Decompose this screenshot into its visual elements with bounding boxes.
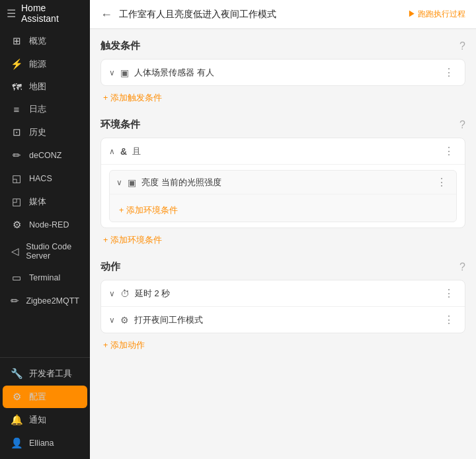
sidebar-item-notifications[interactable]: 🔔 通知	[3, 409, 87, 431]
overview-icon: ⊞	[11, 35, 22, 47]
trigger-section: 触发条件 ? ∨ ▣ 人体场景传感器 有人 ⋮ + 添加触发条件	[100, 40, 465, 105]
add-trigger-button[interactable]: + 添加触发条件	[100, 91, 165, 105]
action-row-text-0: 延时 2 秒	[135, 288, 436, 300]
sidebar-item-label: 历史	[29, 127, 46, 138]
hacs-icon: ◱	[11, 173, 22, 185]
sidebar-item-media[interactable]: ◰ 媒体	[3, 190, 87, 213]
sidebar-item-label: deCONZ	[29, 151, 61, 160]
action-section: 动作 ? ∨ ⏱ 延时 2 秒 ⋮ ∨ ⚙ 打开夜间工作模式 ⋮ + 添加动作	[100, 261, 465, 353]
sidebar-item-label: HACS	[29, 174, 52, 183]
back-button[interactable]: ←	[100, 9, 112, 21]
history-icon: ⊡	[11, 126, 22, 138]
condition-row-0: ∨ ▣ 亮度 当前的光照强度 ⋮	[110, 171, 456, 194]
condition-section: 环境条件 ? ∧ & 且 ⋮ ∨ ▣ 亮度 当前的光照强度 ⋮	[100, 118, 465, 247]
add-condition-button[interactable]: + 添加环境条件	[100, 233, 165, 247]
condition-entity-icon: ▣	[128, 177, 136, 188]
trigger-more-button[interactable]: ⋮	[441, 66, 457, 79]
energy-icon: ⚡	[11, 58, 22, 70]
sidebar-item-logs[interactable]: ≡ 日志	[3, 99, 87, 120]
condition-group-row: ∧ & 且 ⋮	[101, 138, 465, 165]
action-section-header: 动作 ?	[100, 261, 465, 273]
content-area: 触发条件 ? ∨ ▣ 人体场景传感器 有人 ⋮ + 添加触发条件 环境条件 ?	[90, 29, 476, 459]
action-row-0: ∨ ⏱ 延时 2 秒 ⋮	[101, 280, 465, 307]
sidebar-item-settings[interactable]: ⚙ 配置	[3, 386, 87, 408]
sidebar-item-terminal[interactable]: ▭ Terminal	[3, 267, 87, 289]
chevron-icon[interactable]: ∨	[109, 289, 115, 298]
sidebar-item-hacs[interactable]: ◱ HACS	[3, 167, 87, 190]
sidebar-nav: ⊞ 概览 ⚡ 能源 🗺 地图 ≡ 日志 ⊡ 历史 ✏ deCONZ ◱ HACS…	[0, 26, 90, 357]
action-row-text-1: 打开夜间工作模式	[134, 314, 436, 326]
deconz-icon: ✏	[11, 149, 22, 161]
sidebar-item-label: Zigbee2MQTT	[26, 296, 79, 306]
chevron-icon[interactable]: ∧	[109, 147, 115, 156]
sidebar-item-label: 概览	[29, 36, 46, 47]
studio-icon: ◁	[11, 245, 19, 257]
node-red-icon: ⚙	[11, 219, 22, 231]
terminal-icon: ▭	[11, 272, 22, 284]
add-inner-condition-button[interactable]: + 添加环境条件	[116, 204, 180, 218]
sidebar-item-label: 地图	[29, 81, 46, 93]
action-row-0-more[interactable]: ⋮	[441, 287, 457, 300]
settings-icon: ⚙	[11, 391, 22, 403]
sidebar-item-label: 媒体	[29, 196, 46, 208]
zigbee-icon: ✏	[11, 295, 19, 307]
sidebar-item-label: 通知	[29, 415, 46, 426]
app-name: Home Assistant	[21, 3, 83, 24]
action-section-title: 动作	[100, 261, 120, 273]
chevron-icon[interactable]: ∨	[109, 315, 115, 325]
sidebar-item-label: 日志	[29, 104, 46, 115]
condition-card: ∧ & 且 ⋮ ∨ ▣ 亮度 当前的光照强度 ⋮ + 添加环境条件	[100, 138, 465, 228]
condition-row-text: 亮度 当前的光照强度	[141, 177, 428, 188]
main: ← 工作室有人且亮度低进入夜间工作模式 ▶ 跑跑执行过程 触发条件 ? ∨ ▣ …	[90, 0, 476, 459]
condition-group-more[interactable]: ⋮	[441, 145, 457, 157]
notifications-icon: 🔔	[11, 414, 22, 426]
sidebar-item-energy[interactable]: ⚡ 能源	[3, 53, 87, 75]
run-button[interactable]: ▶ 跑跑执行过程	[408, 9, 465, 20]
sidebar-item-deconz[interactable]: ✏ deCONZ	[3, 144, 87, 167]
action-delay-icon: ⏱	[120, 288, 130, 299]
user-icon: 👤	[11, 437, 22, 449]
sidebar-bottom: 🔧 开发者工具 ⚙ 配置 🔔 通知 👤 Elliana	[0, 357, 90, 459]
sidebar-item-label: Elliana	[29, 438, 54, 448]
condition-row-more[interactable]: ⋮	[434, 176, 450, 188]
sidebar-item-label: 配置	[29, 392, 46, 403]
topbar: ← 工作室有人且亮度低进入夜间工作模式 ▶ 跑跑执行过程	[90, 0, 476, 29]
sidebar: ☰ Home Assistant ⊞ 概览 ⚡ 能源 🗺 地图 ≡ 日志 ⊡ 历…	[0, 0, 90, 459]
sidebar-header: ☰ Home Assistant	[0, 0, 90, 26]
condition-help-icon[interactable]: ?	[459, 119, 465, 131]
action-help-icon[interactable]: ?	[459, 261, 465, 273]
condition-section-title: 环境条件	[100, 118, 140, 131]
trigger-help-icon[interactable]: ?	[459, 40, 465, 52]
action-row-1: ∨ ⚙ 打开夜间工作模式 ⋮	[101, 307, 465, 333]
sidebar-item-map[interactable]: 🗺 地图	[3, 76, 87, 98]
condition-section-header: 环境条件 ?	[100, 118, 465, 131]
sidebar-item-dev-tools[interactable]: 🔧 开发者工具	[3, 362, 87, 385]
trigger-section-title: 触发条件	[100, 40, 140, 52]
condition-nested-card: ∨ ▣ 亮度 当前的光照强度 ⋮ + 添加环境条件	[109, 170, 457, 222]
trigger-card: ∨ ▣ 人体场景传感器 有人 ⋮	[100, 59, 465, 86]
media-icon: ◰	[11, 196, 22, 208]
add-action-button[interactable]: + 添加动作	[100, 339, 147, 353]
and-icon: &	[120, 146, 127, 157]
chevron-icon[interactable]: ∨	[109, 68, 115, 77]
page-title: 工作室有人且亮度低进入夜间工作模式	[119, 9, 401, 21]
logs-icon: ≡	[11, 104, 22, 115]
trigger-section-header: 触发条件 ?	[100, 40, 465, 52]
dev-tools-icon: 🔧	[11, 368, 22, 380]
action-row-1-more[interactable]: ⋮	[441, 313, 457, 326]
trigger-row-text: 人体场景传感器 有人	[134, 67, 436, 79]
action-card: ∨ ⏱ 延时 2 秒 ⋮ ∨ ⚙ 打开夜间工作模式 ⋮	[100, 280, 465, 333]
sidebar-item-label: 能源	[29, 59, 46, 70]
trigger-entity-icon: ▣	[120, 67, 129, 78]
menu-icon[interactable]: ☰	[7, 7, 16, 20]
sidebar-item-label: Terminal	[29, 273, 60, 282]
sidebar-item-overview[interactable]: ⊞ 概览	[3, 30, 87, 52]
sidebar-item-history[interactable]: ⊡ 历史	[3, 121, 87, 144]
sidebar-item-zigbee[interactable]: ✏ Zigbee2MQTT	[3, 290, 87, 312]
map-icon: 🗺	[11, 81, 22, 93]
sidebar-item-user[interactable]: 👤 Elliana	[3, 432, 87, 454]
sidebar-item-studio[interactable]: ◁ Studio Code Server	[3, 237, 87, 266]
sidebar-item-label: Studio Code Server	[26, 242, 79, 261]
chevron-icon[interactable]: ∨	[116, 178, 122, 187]
sidebar-item-node-red[interactable]: ⚙ Node-RED	[3, 214, 87, 236]
